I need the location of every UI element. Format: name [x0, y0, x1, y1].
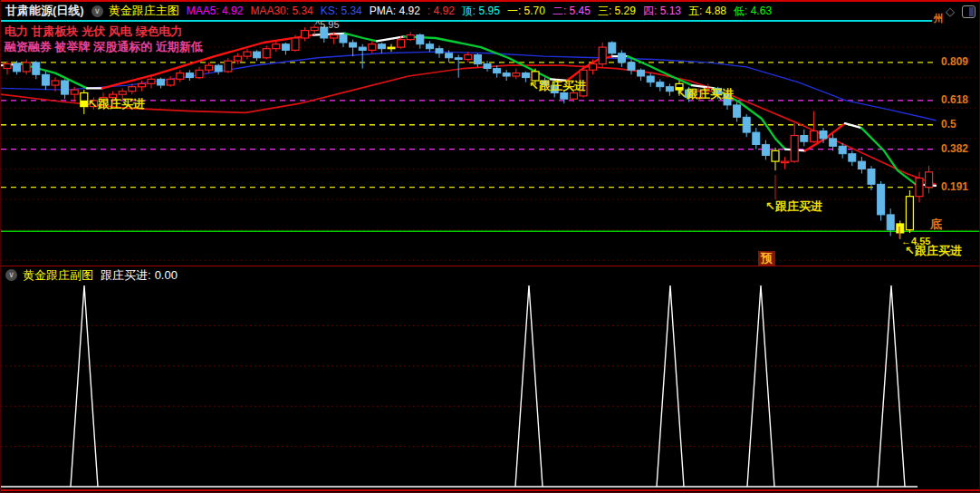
- stock-tags-line2: 融资融券 被举牌 深股通标的 近期新低: [5, 39, 203, 54]
- stock-name[interactable]: 甘肃能源(日线): [5, 3, 84, 19]
- indicator-field: 低: 4.63: [734, 5, 772, 17]
- indicator-field: MAA5: 4.92: [187, 5, 244, 17]
- indicator-field: KS: 5.34: [321, 5, 362, 17]
- sub-chart-canvas[interactable]: [1, 284, 980, 489]
- indicator-field: : 4.92: [428, 5, 455, 17]
- titlebar-icons: ◇: [946, 5, 975, 18]
- chevron-down-icon[interactable]: ∨: [91, 5, 103, 17]
- stock-tags-line1: 电力 甘肃板块 光伏 风电 绿色电力: [5, 24, 203, 39]
- diamond-icon[interactable]: ◇: [946, 5, 955, 18]
- sub-indicator-name[interactable]: 黄金跟庄副图: [23, 267, 93, 284]
- indicator-field: 三: 5.29: [598, 5, 636, 17]
- sub-chart-bottom-line: [1, 489, 980, 491]
- sub-signal-label: 跟庄买进:: [101, 267, 151, 284]
- indicator-field: 顶: 5.95: [462, 5, 500, 17]
- layout-icon[interactable]: [962, 5, 975, 18]
- trading-app-window: { "title_bar": { "stock": "甘肃能源(日线)", "c…: [0, 0, 980, 493]
- indicator-field: 一: 5.70: [507, 5, 545, 17]
- indicator-fields: MAA5: 4.92MAA30: 5.34KS: 5.34PMA: 4.92: …: [187, 4, 779, 19]
- stock-tags: 电力 甘肃板块 光伏 风电 绿色电力 融资融券 被举牌 深股通标的 近期新低: [5, 24, 203, 54]
- main-chart-canvas[interactable]: [1, 22, 980, 266]
- main-indicator-name[interactable]: 黄金跟庄主图: [109, 3, 179, 19]
- chevron-down-icon[interactable]: ∨: [5, 269, 17, 281]
- sub-signal-value: 0.00: [155, 268, 178, 282]
- indicator-field: MAA30: 5.34: [250, 5, 312, 17]
- indicator-field: 四: 5.13: [643, 5, 681, 17]
- main-title-bar[interactable]: 甘肃能源(日线) ∨ 黄金跟庄主图 MAA5: 4.92MAA30: 5.34K…: [1, 2, 980, 20]
- sub-title-bar[interactable]: ∨ 黄金跟庄副图 跟庄买进: 0.00: [1, 266, 980, 284]
- indicator-field: PMA: 4.92: [370, 5, 420, 17]
- indicator-field: 二: 5.45: [552, 5, 591, 17]
- indicator-field: 五: 4.88: [688, 5, 726, 17]
